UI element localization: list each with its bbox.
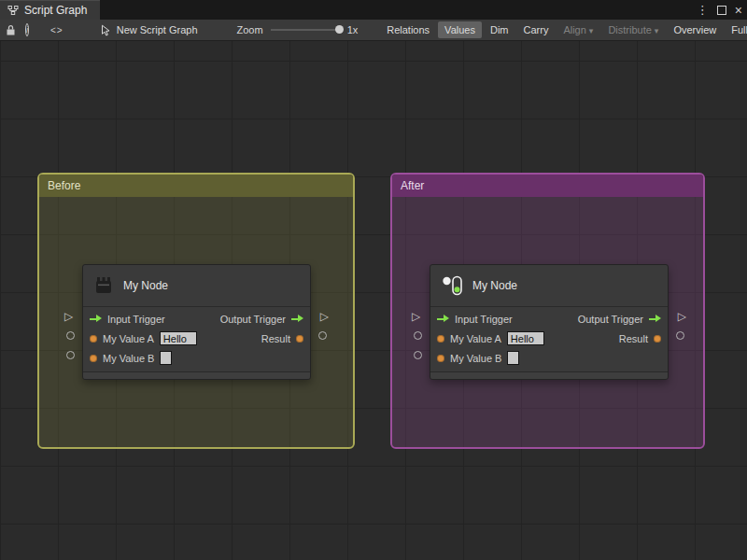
port-row-value-b: My Value B — [430, 348, 668, 368]
external-input-flow-port[interactable]: ▷ — [64, 311, 73, 322]
result-label: Result — [261, 333, 290, 344]
flow-arrow-icon[interactable] — [649, 315, 661, 323]
group-after-header[interactable]: After — [392, 175, 703, 197]
overview-button[interactable]: Overview — [667, 21, 723, 38]
value-b-input[interactable] — [507, 351, 519, 365]
external-input-value-port[interactable] — [66, 331, 75, 340]
window-controls: ⋮ × — [697, 0, 742, 20]
carry-button[interactable]: Carry — [517, 21, 556, 38]
script-graph-window: Script Graph ⋮ × i <> New Script Graph — [0, 0, 747, 560]
script-graph-icon — [7, 5, 19, 16]
info-icon[interactable]: i — [25, 23, 29, 36]
node-footer — [430, 371, 668, 379]
zoom-slider[interactable] — [271, 29, 342, 31]
value-b-label: My Value B — [450, 353, 501, 364]
output-trigger-label: Output Trigger — [220, 314, 286, 325]
group-before: Before ▷ ▷ — [37, 173, 355, 449]
flow-arrow-icon[interactable] — [291, 315, 303, 323]
toolbar-buttons: Relations Values Dim Carry Align▾ Distri… — [380, 21, 747, 38]
value-port-icon[interactable] — [296, 335, 303, 343]
node-after[interactable]: ▷ ▷ My Node — [430, 264, 669, 380]
zoom-control: Zoom 1x — [237, 24, 359, 35]
zoom-value: 1x — [347, 24, 359, 35]
input-trigger-label: Input Trigger — [107, 314, 165, 325]
node-header[interactable]: My Node — [430, 265, 668, 307]
external-input-flow-port[interactable]: ▷ — [412, 311, 420, 322]
external-output-flow-port[interactable]: ▷ — [678, 311, 686, 322]
port-row-value-b: My Value B — [83, 348, 310, 368]
graph-name-group: New Script Graph — [101, 24, 198, 36]
external-input-value-port[interactable] — [414, 351, 422, 359]
node-ports: Input Trigger Output Trigger My Value A … — [83, 307, 310, 368]
value-a-label: My Value A — [103, 333, 154, 344]
cursor-icon — [101, 24, 111, 36]
node-ports: Input Trigger Output Trigger My Value A … — [430, 307, 668, 368]
flow-arrow-icon[interactable] — [437, 315, 449, 323]
external-input-value-port[interactable] — [414, 331, 422, 340]
node-body[interactable]: My Node Input Trigger Output Trigger My … — [430, 264, 669, 380]
node-before[interactable]: ▷ ▷ — [82, 264, 311, 380]
result-label: Result — [619, 333, 648, 344]
external-output-flow-port[interactable]: ▷ — [320, 311, 329, 322]
chevron-down-icon: ▾ — [655, 26, 659, 35]
chevron-down-icon: ▾ — [589, 26, 594, 35]
value-port-icon[interactable] — [90, 355, 97, 362]
graph-toolbar: i <> New Script Graph Zoom 1x Relations … — [0, 20, 747, 41]
flow-arrow-icon[interactable] — [90, 315, 102, 323]
distribute-button: Distribute▾ — [601, 21, 665, 38]
value-port-icon[interactable] — [437, 355, 444, 362]
value-a-label: My Value A — [450, 333, 501, 344]
group-before-title: Before — [48, 179, 80, 192]
tab-title: Script Graph — [24, 4, 87, 17]
output-trigger-label: Output Trigger — [578, 314, 643, 325]
value-port-icon[interactable] — [90, 335, 97, 343]
graph-name-label[interactable]: New Script Graph — [117, 24, 198, 35]
new-node-icon — [440, 273, 464, 298]
node-title: My Node — [123, 279, 168, 292]
zoom-slider-knob[interactable] — [335, 25, 344, 34]
code-view-icon[interactable]: <> — [50, 25, 63, 35]
group-before-header[interactable]: Before — [39, 175, 353, 197]
node-footer — [83, 371, 310, 379]
group-after: After ▷ ▷ — [390, 173, 705, 449]
dim-button[interactable]: Dim — [484, 21, 515, 38]
zoom-label: Zoom — [237, 24, 263, 35]
port-row-trigger: Input Trigger Output Trigger — [83, 309, 310, 329]
value-port-icon[interactable] — [437, 335, 444, 343]
align-button: Align▾ — [557, 21, 599, 38]
group-after-title: After — [401, 179, 424, 192]
value-b-label: My Value B — [103, 353, 154, 364]
window-menu-icon[interactable]: ⋮ — [697, 4, 709, 16]
external-output-value-port[interactable] — [676, 331, 684, 340]
node-body[interactable]: My Node Input Trigger Output Trigger My … — [82, 264, 311, 380]
old-node-icon — [92, 274, 115, 297]
tab-bar: Script Graph ⋮ × — [0, 0, 747, 20]
value-a-input[interactable] — [160, 331, 197, 345]
value-port-icon[interactable] — [654, 335, 661, 343]
graph-canvas[interactable]: Before ▷ ▷ — [0, 41, 747, 560]
value-b-input[interactable] — [160, 351, 172, 365]
maximize-icon[interactable] — [717, 6, 726, 15]
lock-icon[interactable] — [6, 24, 16, 36]
port-row-value-a: My Value A Result — [430, 329, 668, 348]
input-trigger-label: Input Trigger — [455, 314, 513, 325]
tab-script-graph[interactable]: Script Graph — [0, 0, 100, 20]
node-header[interactable]: My Node — [83, 265, 310, 307]
fullscreen-button[interactable]: Full Scr — [725, 21, 747, 38]
relations-button[interactable]: Relations — [380, 21, 436, 38]
port-row-value-a: My Value A Result — [83, 329, 310, 348]
port-row-trigger: Input Trigger Output Trigger — [430, 309, 668, 329]
value-a-input[interactable] — [507, 331, 544, 345]
values-button[interactable]: Values — [438, 21, 482, 38]
node-title: My Node — [472, 279, 517, 292]
external-output-value-port[interactable] — [318, 331, 327, 340]
close-icon[interactable]: × — [735, 4, 742, 17]
external-input-value-port[interactable] — [66, 351, 75, 359]
